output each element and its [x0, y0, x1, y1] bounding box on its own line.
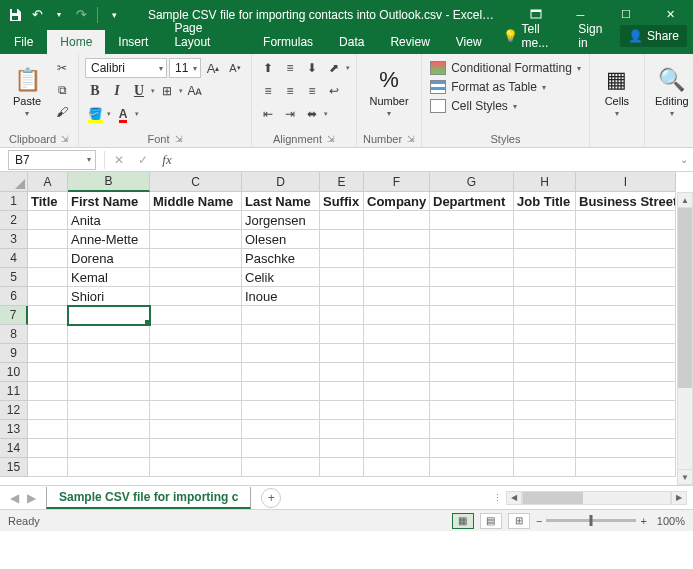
cell-H4[interactable] [514, 249, 576, 268]
cell-E4[interactable] [320, 249, 364, 268]
cell-I13[interactable] [576, 420, 676, 439]
italic-button[interactable]: I [107, 81, 127, 101]
tab-home[interactable]: Home [47, 30, 105, 54]
cell-C9[interactable] [150, 344, 242, 363]
font-name-select[interactable]: Calibri [85, 58, 167, 78]
cell-A3[interactable] [28, 230, 68, 249]
formula-input[interactable] [179, 150, 675, 170]
wrap-text-button[interactable]: ↩ [324, 81, 344, 101]
cell-H11[interactable] [514, 382, 576, 401]
tab-review[interactable]: Review [377, 30, 442, 54]
fill-color-button[interactable]: 🪣 [85, 104, 105, 124]
cell-F5[interactable] [364, 268, 430, 287]
cell-E14[interactable] [320, 439, 364, 458]
cell-E13[interactable] [320, 420, 364, 439]
row-header-4[interactable]: 4 [0, 249, 28, 268]
cell-A8[interactable] [28, 325, 68, 344]
cell-C3[interactable] [150, 230, 242, 249]
cell-H3[interactable] [514, 230, 576, 249]
row-header-11[interactable]: 11 [0, 382, 28, 401]
cell-G3[interactable] [430, 230, 514, 249]
cell-B3[interactable]: Anne-Mette [68, 230, 150, 249]
cell-I14[interactable] [576, 439, 676, 458]
cell-H6[interactable] [514, 287, 576, 306]
cell-G12[interactable] [430, 401, 514, 420]
orientation-button[interactable]: ⬈ [324, 58, 344, 78]
cell-D12[interactable] [242, 401, 320, 420]
cell-G9[interactable] [430, 344, 514, 363]
zoom-level[interactable]: 100% [657, 515, 685, 527]
cell-G5[interactable] [430, 268, 514, 287]
column-header-E[interactable]: E [320, 172, 364, 192]
cell-F12[interactable] [364, 401, 430, 420]
row-header-12[interactable]: 12 [0, 401, 28, 420]
decrease-indent-button[interactable]: ⇤ [258, 104, 278, 124]
cut-button[interactable]: ✂ [52, 58, 72, 78]
cell-C14[interactable] [150, 439, 242, 458]
undo-dropdown-icon[interactable]: ▾ [50, 6, 68, 24]
column-header-A[interactable]: A [28, 172, 68, 192]
cell-D4[interactable]: Paschke [242, 249, 320, 268]
cell-D10[interactable] [242, 363, 320, 382]
name-box[interactable]: B7 [8, 150, 96, 170]
horizontal-scrollbar[interactable] [522, 491, 671, 505]
cell-E1[interactable]: Suffix [320, 192, 364, 211]
align-bottom-button[interactable]: ⬇ [302, 58, 322, 78]
tab-insert[interactable]: Insert [105, 30, 161, 54]
cell-B12[interactable] [68, 401, 150, 420]
undo-icon[interactable]: ↶ [28, 6, 46, 24]
cell-styles-button[interactable]: Cell Styles▾ [428, 98, 583, 114]
cell-A11[interactable] [28, 382, 68, 401]
cell-B13[interactable] [68, 420, 150, 439]
cell-D3[interactable]: Olesen [242, 230, 320, 249]
hscroll-right-button[interactable]: ▶ [671, 491, 687, 505]
cell-A6[interactable] [28, 287, 68, 306]
cell-G11[interactable] [430, 382, 514, 401]
cell-D5[interactable]: Celik [242, 268, 320, 287]
cell-I7[interactable] [576, 306, 676, 325]
cell-E9[interactable] [320, 344, 364, 363]
sign-in-button[interactable]: Sign in [570, 18, 618, 54]
underline-button[interactable]: U [129, 81, 149, 101]
merge-button[interactable]: ⬌ [302, 104, 322, 124]
shrink-font-button[interactable]: A▾ [225, 58, 245, 78]
row-header-10[interactable]: 10 [0, 363, 28, 382]
redo-icon[interactable]: ↷ [72, 6, 90, 24]
cell-B5[interactable]: Kemal [68, 268, 150, 287]
cell-H5[interactable] [514, 268, 576, 287]
cell-H9[interactable] [514, 344, 576, 363]
cell-I2[interactable] [576, 211, 676, 230]
hscroll-left-button[interactable]: ◀ [506, 491, 522, 505]
tab-view[interactable]: View [443, 30, 495, 54]
cell-I6[interactable] [576, 287, 676, 306]
border-button[interactable]: ⊞ [157, 81, 177, 101]
cell-A9[interactable] [28, 344, 68, 363]
cell-C8[interactable] [150, 325, 242, 344]
cell-E8[interactable] [320, 325, 364, 344]
tab-formulas[interactable]: Formulas [250, 30, 326, 54]
format-as-table-button[interactable]: Format as Table▾ [428, 79, 583, 95]
expand-formula-bar-button[interactable]: ⌄ [675, 154, 693, 165]
align-left-button[interactable]: ≡ [258, 81, 278, 101]
scroll-down-button[interactable]: ▼ [677, 469, 693, 485]
cell-H7[interactable] [514, 306, 576, 325]
row-header-15[interactable]: 15 [0, 458, 28, 477]
sheet-nav-next-button[interactable]: ▶ [27, 491, 36, 505]
cell-D2[interactable]: Jorgensen [242, 211, 320, 230]
zoom-out-button[interactable]: − [536, 515, 542, 527]
select-all-corner[interactable] [0, 172, 28, 192]
cell-B8[interactable] [68, 325, 150, 344]
cell-I11[interactable] [576, 382, 676, 401]
cell-A13[interactable] [28, 420, 68, 439]
cell-C5[interactable] [150, 268, 242, 287]
cell-I15[interactable] [576, 458, 676, 477]
column-header-H[interactable]: H [514, 172, 576, 192]
cell-F3[interactable] [364, 230, 430, 249]
cell-B2[interactable]: Anita [68, 211, 150, 230]
scroll-up-button[interactable]: ▲ [677, 192, 693, 208]
cell-E11[interactable] [320, 382, 364, 401]
cell-F15[interactable] [364, 458, 430, 477]
column-header-D[interactable]: D [242, 172, 320, 192]
zoom-in-button[interactable]: + [640, 515, 646, 527]
grow-font-button[interactable]: A▴ [203, 58, 223, 78]
